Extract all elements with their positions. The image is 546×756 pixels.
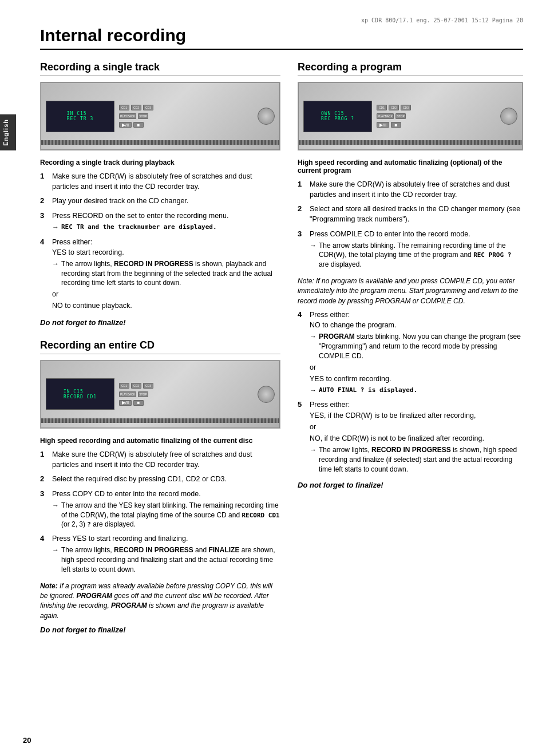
- device-display: IN C15REC TR 3: [46, 101, 114, 132]
- note-program: Note: If no program is available and you…: [298, 276, 523, 306]
- device-controls: CD1 CD2 CD3 PLAYBACK STOP ▶/II: [114, 105, 255, 128]
- step-5-program: 5 Press either: YES, if the CDR(W) is to…: [298, 399, 523, 474]
- section-single-track: Recording a single track IN C15REC TR 3 …: [40, 61, 280, 327]
- device-knob-2: [258, 386, 275, 403]
- step-3-entire: 3 Press COPY CD to enter into the record…: [40, 489, 280, 530]
- led-strip-3: [299, 140, 522, 145]
- step-4-single: 4 Press either: YES to start recording. …: [40, 237, 280, 311]
- step-1-entire: 1 Make sure the CDR(W) is absolutely fre…: [40, 449, 280, 470]
- step-2-single: 2 Play your desired track on the CD chan…: [40, 196, 280, 207]
- main-content: Recording a single track IN C15REC TR 3 …: [40, 61, 523, 647]
- device-knob: [258, 108, 275, 125]
- right-column: Recording a program OWN C15REC PROG ? CD…: [298, 61, 523, 647]
- device-controls-2: CD1 CD2 CD3 PLAYBACK STOP ▶/II: [114, 383, 255, 406]
- note-entire: Note: If a program was already available…: [40, 581, 280, 622]
- steps-entire-cd: 1 Make sure the CDR(W) is absolutely fre…: [40, 449, 280, 575]
- device-image-single: IN C15REC TR 3 CD1 CD2 CD3 PLAYBACK: [40, 82, 280, 151]
- section-title-program: Recording a program: [298, 61, 523, 76]
- steps-single-track: 1 Make sure the CDR(W) is absolutely fre…: [40, 171, 280, 311]
- steps-program-cont: 4 Press either: NO to change the program…: [298, 310, 523, 474]
- step-3-single: 3 Press RECORD on the set to enter the r…: [40, 211, 280, 233]
- device-display-2: IN C15RECORD CD1: [46, 378, 114, 410]
- finalize-entire: Do not forget to finalize!: [40, 626, 280, 634]
- finalize-program: Do not forget to finalize!: [298, 481, 523, 489]
- subsection-title-entire: High speed recording and automatic final…: [40, 437, 280, 445]
- step-4-entire: 4 Press YES to start recording and final…: [40, 533, 280, 575]
- subsection-title-single: Recording a single track during playback: [40, 159, 280, 167]
- device-controls-3: CD1 CD2 CD3 PLAYBACK STOP ▶/II: [372, 105, 497, 128]
- step-1-program: 1 Make sure the CDR(W) is absolutely fre…: [298, 179, 523, 200]
- step-1-single: 1 Make sure the CDR(W) is absolutely fre…: [40, 171, 280, 192]
- step-4-program: 4 Press either: NO to change the program…: [298, 310, 523, 395]
- step-2-entire: 2 Select the required disc by pressing C…: [40, 474, 280, 485]
- device-knob-3: [500, 108, 517, 125]
- left-column: Recording a single track IN C15REC TR 3 …: [40, 61, 280, 647]
- step-3-program: 3 Press COMPILE CD to enter into the rec…: [298, 229, 523, 270]
- step-2-program: 2 Select and store all desired tracks in…: [298, 204, 523, 224]
- section-title-entire: Recording an entire CD: [40, 339, 280, 354]
- page-container: English xp CDR 800/17.1 eng. 25-07-2001 …: [0, 0, 546, 756]
- section-title-single-track: Recording a single track: [40, 61, 280, 76]
- page-number: 20: [23, 736, 31, 745]
- steps-program: 1 Make sure the CDR(W) is absolutely fre…: [298, 179, 523, 270]
- led-strip-2: [41, 418, 279, 423]
- device-image-entire: IN C15RECORD CD1 CD1 CD2 CD3 PLAYBACK: [40, 360, 280, 429]
- section-entire-cd: Recording an entire CD IN C15RECORD CD1 …: [40, 339, 280, 635]
- device-image-program: OWN C15REC PROG ? CD1 CD2 CD3 PLAYBACK: [298, 82, 523, 151]
- device-display-3: OWN C15REC PROG ?: [303, 101, 372, 132]
- finalize-single: Do not forget to finalize!: [40, 318, 280, 327]
- language-tab: English: [0, 114, 16, 151]
- page-title: Internal recording: [40, 26, 523, 50]
- header-meta: xp CDR 800/17.1 eng. 25-07-2001 15:12 Pa…: [34, 17, 523, 23]
- subsection-title-program: High speed recording and automatic final…: [298, 159, 523, 175]
- led-strip: [41, 140, 279, 145]
- section-program: Recording a program OWN C15REC PROG ? CD…: [298, 61, 523, 489]
